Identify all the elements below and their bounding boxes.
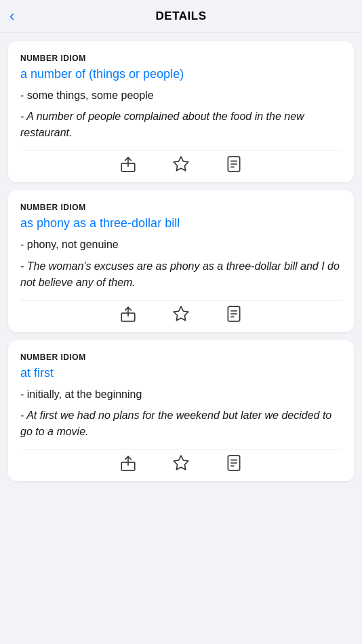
content-area: NUMBER IDIOM a number of (things or peop… — [0, 33, 362, 489]
svg-marker-7 — [174, 306, 188, 321]
card-3-actions — [20, 449, 342, 472]
page-title: DETAILS — [156, 9, 207, 23]
card-2: NUMBER IDIOM as phony as a three-dollar … — [8, 190, 354, 331]
note-icon[interactable] — [225, 454, 243, 472]
favorite-icon[interactable] — [172, 305, 190, 323]
svg-marker-1 — [174, 157, 188, 172]
note-icon[interactable] — [225, 305, 243, 323]
favorite-icon[interactable] — [172, 454, 190, 472]
card-1: NUMBER IDIOM a number of (things or peop… — [8, 41, 354, 182]
card-3-example: - At first we had no plans for the weeke… — [20, 407, 342, 440]
card-3-category: NUMBER IDIOM — [20, 353, 342, 362]
card-2-definition: - phony, not genuine — [20, 237, 342, 252]
share-icon[interactable] — [119, 305, 137, 323]
card-3: NUMBER IDIOM at first - initially, at th… — [8, 340, 354, 481]
card-2-example: - The woman's excuses are as phony as a … — [20, 258, 342, 291]
share-icon[interactable] — [119, 155, 137, 173]
svg-marker-13 — [174, 456, 188, 470]
card-1-category: NUMBER IDIOM — [20, 54, 342, 63]
note-icon[interactable] — [225, 155, 243, 173]
header: ‹ DETAILS — [0, 0, 362, 33]
card-1-title: a number of (things or people) — [20, 67, 342, 81]
favorite-icon[interactable] — [172, 155, 190, 173]
card-2-category: NUMBER IDIOM — [20, 203, 342, 212]
card-2-actions — [20, 300, 342, 323]
share-icon[interactable] — [119, 454, 137, 472]
card-1-example: - A number of people complained about th… — [20, 108, 342, 141]
back-button[interactable]: ‹ — [9, 9, 14, 24]
card-1-actions — [20, 150, 342, 173]
card-3-definition: - initially, at the beginning — [20, 387, 342, 402]
card-2-title: as phony as a three-dollar bill — [20, 216, 342, 230]
card-1-definition: - some things, some people — [20, 88, 342, 103]
card-3-title: at first — [20, 366, 342, 380]
